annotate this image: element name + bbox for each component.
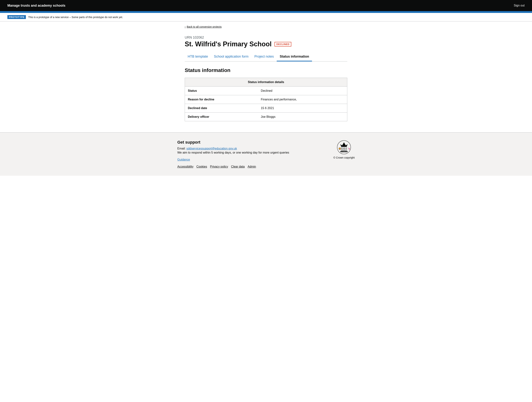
status-info-table: Status information details Status Declin… (185, 78, 347, 121)
footer-support-title: Get support (177, 140, 289, 145)
banner-message: This is a prototype of a new service – S… (28, 16, 123, 19)
prototype-banner: PROTOTYPE This is a prototype of a new s… (0, 13, 532, 21)
footer-email-link[interactable]: sddservicessupport@education.gov.uk (186, 147, 237, 150)
table-row: Status Declined (185, 87, 347, 95)
footer-left: Get support Email: sddservicessupport@ed… (177, 140, 289, 168)
crown-copyright-text: © Crown copyright (333, 156, 355, 159)
footer-right: ♛ ♛ ♛ ♛ 🦁 🦄 DIEU ET MON DROIT © Crown co… (333, 140, 355, 159)
row-key-reason: Reason for decline (185, 95, 258, 104)
declined-badge: DECLINED (274, 42, 291, 47)
svg-text:♛: ♛ (342, 149, 343, 150)
svg-marker-1 (340, 142, 348, 147)
row-key-status: Status (185, 87, 258, 95)
svg-text:🦁: 🦁 (338, 147, 341, 150)
school-name: St. Wilfrid's Primary School (185, 40, 272, 48)
tab-status-information[interactable]: Status information (277, 52, 312, 62)
footer-link-accessibility[interactable]: Accessibility (177, 165, 193, 168)
site-footer: Get support Email: sddservicessupport@ed… (0, 132, 532, 176)
tab-htb-template[interactable]: HTB template (185, 52, 211, 62)
prototype-tag: PROTOTYPE (7, 15, 26, 19)
svg-text:♛: ♛ (344, 147, 346, 148)
footer-guidance-link[interactable]: Guidance (177, 158, 190, 161)
svg-text:🦄: 🦄 (348, 147, 350, 150)
footer-inner: Get support Email: sddservicessupport@ed… (177, 140, 355, 168)
row-key-date: Declined date (185, 104, 258, 112)
row-value-status: Declined (258, 87, 347, 95)
site-title: Manage trusts and academy schools (7, 4, 65, 7)
row-value-date: 15 6 2021 (258, 104, 347, 112)
footer-link-cookies[interactable]: Cookies (196, 165, 207, 168)
footer-links: Accessibility Cookies Privacy policy Cle… (177, 165, 289, 168)
footer-email-line: Email: sddservicessupport@education.gov.… (177, 147, 289, 150)
svg-text:♛: ♛ (344, 149, 346, 150)
tab-school-application-form[interactable]: School application form (211, 52, 251, 62)
urn-display: URN 102062 (185, 36, 347, 39)
footer-email-label: Email: (177, 147, 185, 150)
back-link-label: Back to all conversion projects (187, 25, 222, 28)
table-row: Declined date 15 6 2021 (185, 104, 347, 113)
site-header: Manage trusts and academy schools Sign o… (0, 0, 532, 11)
blue-bar (0, 11, 532, 13)
main-content: ‹ Back to all conversion projects URN 10… (177, 21, 355, 132)
table-row: Delivery officer Joe Bloggs (185, 113, 347, 121)
school-title-row: St. Wilfrid's Primary School DECLINED (185, 40, 347, 48)
svg-text:DIEU ET MON DROIT: DIEU ET MON DROIT (340, 151, 348, 152)
row-value-officer: Joe Bloggs (258, 113, 347, 121)
footer-note: We aim to respond within 5 working days,… (177, 151, 289, 154)
footer-link-cleardata[interactable]: Clear data (231, 165, 245, 168)
urn-prefix: URN (185, 36, 192, 39)
footer-link-privacy[interactable]: Privacy policy (210, 165, 228, 168)
row-value-reason: Finances and performance, (258, 95, 347, 104)
chevron-left-icon: ‹ (185, 25, 186, 28)
back-link[interactable]: ‹ Back to all conversion projects (185, 25, 222, 28)
section-title: Status information (185, 67, 347, 73)
table-header: Status information details (185, 78, 347, 87)
urn-number: 102062 (193, 36, 204, 39)
footer-link-admin[interactable]: Admin (248, 165, 256, 168)
table-row: Reason for decline Finances and performa… (185, 95, 347, 104)
sign-out-link[interactable]: Sign out (514, 4, 525, 7)
tab-navigation: HTB template School application form Pro… (185, 52, 347, 62)
row-key-officer: Delivery officer (185, 113, 258, 121)
crown-logo-icon: ♛ ♛ ♛ ♛ 🦁 🦄 DIEU ET MON DROIT (336, 140, 351, 155)
tab-project-notes[interactable]: Project notes (251, 52, 277, 62)
svg-text:♛: ♛ (342, 147, 343, 148)
